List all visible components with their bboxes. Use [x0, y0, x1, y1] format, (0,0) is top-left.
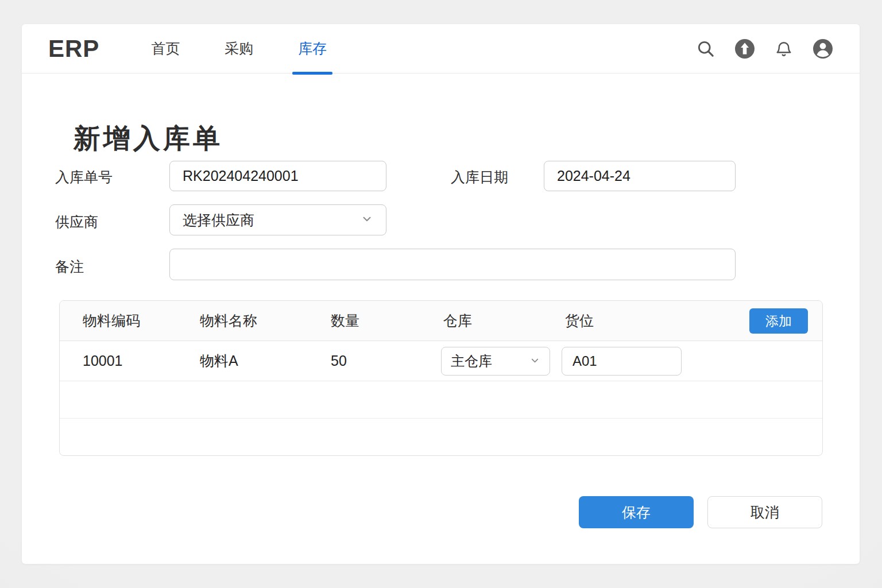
remark-input[interactable]	[169, 249, 736, 280]
cell-quantity: 50	[331, 353, 443, 369]
save-button[interactable]: 保存	[579, 496, 694, 528]
app-logo: ERP	[48, 35, 99, 63]
order-no-input[interactable]	[169, 161, 386, 191]
main-nav: 首页 采购 库存	[137, 24, 358, 74]
col-header-material-code: 物料编码	[83, 311, 200, 330]
page-title: 新增入库单	[74, 121, 223, 157]
items-table: 物料编码 物料名称 数量 仓库 货位 添加 10001 物料A 50 主仓库	[59, 300, 823, 456]
add-row-button[interactable]: 添加	[749, 308, 808, 334]
nav-tab-home[interactable]: 首页	[137, 24, 194, 74]
nav-tab-inventory[interactable]: 库存	[284, 24, 341, 74]
remark-label: 备注	[55, 257, 84, 276]
nav-tab-inventory-label: 库存	[298, 39, 327, 58]
erp-window: ERP 首页 采购 库存	[22, 24, 860, 564]
nav-tab-procurement[interactable]: 采购	[211, 24, 267, 74]
col-header-material-name: 物料名称	[200, 311, 331, 330]
bell-icon[interactable]	[773, 38, 794, 59]
date-label: 入库日期	[451, 168, 508, 187]
col-header-quantity: 数量	[331, 311, 443, 330]
col-header-warehouse: 仓库	[443, 311, 565, 330]
chevron-down-icon	[529, 353, 540, 369]
date-input[interactable]	[544, 161, 736, 191]
table-empty-row	[60, 419, 822, 456]
nav-tab-procurement-label: 采购	[225, 39, 253, 58]
chevron-down-icon	[361, 212, 373, 229]
cell-material-name: 物料A	[200, 351, 331, 370]
table-header-row: 物料编码 物料名称 数量 仓库 货位 添加	[60, 301, 822, 341]
nav-tab-home-label: 首页	[151, 39, 180, 58]
top-navbar: ERP 首页 采购 库存	[22, 24, 860, 74]
user-avatar-icon[interactable]	[813, 38, 833, 59]
table-row: 10001 物料A 50 主仓库	[60, 341, 822, 381]
header-icons	[695, 38, 833, 59]
warehouse-select[interactable]: 主仓库	[441, 347, 550, 376]
warehouse-select-value: 主仓库	[451, 352, 492, 370]
cell-material-code: 10001	[83, 353, 200, 369]
order-no-label: 入库单号	[55, 168, 113, 187]
supplier-select[interactable]: 选择供应商	[169, 204, 386, 235]
supplier-label: 供应商	[55, 212, 98, 231]
search-icon[interactable]	[695, 38, 716, 59]
supplier-select-value: 选择供应商	[183, 211, 254, 230]
cancel-button[interactable]: 取消	[707, 496, 822, 528]
upload-icon[interactable]	[734, 38, 755, 59]
location-input[interactable]	[562, 347, 682, 376]
table-empty-row	[60, 381, 822, 419]
